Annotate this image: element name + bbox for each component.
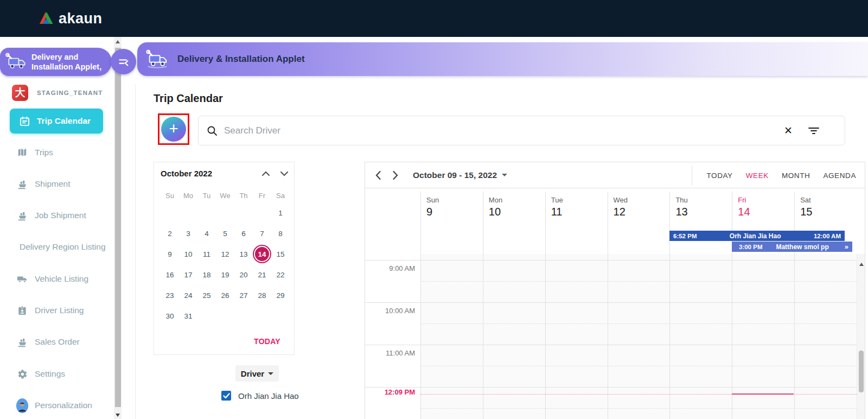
view-week[interactable]: WEEK [746, 172, 769, 180]
driver-checkbox-label: Orh Jian Jia Hao [238, 391, 299, 401]
mini-date-18[interactable]: 18 [197, 264, 216, 285]
mini-date-30[interactable]: 30 [161, 306, 179, 326]
mini-date-12[interactable]: 12 [216, 244, 234, 264]
calendar-event[interactable]: 3:00 PM Matthew smol pp » [732, 242, 852, 252]
day-number[interactable]: 14 [738, 206, 794, 218]
mini-date-28[interactable]: 28 [253, 285, 271, 306]
clear-search-icon[interactable]: ✕ [784, 124, 793, 137]
date-range-selector[interactable]: October 09 - 15, 2022 [413, 170, 507, 180]
driver-checkbox[interactable] [221, 391, 231, 401]
mini-date-16[interactable]: 16 [161, 264, 179, 285]
previous-week-icon[interactable] [375, 170, 381, 180]
mini-date-26[interactable]: 26 [216, 285, 234, 306]
current-time-label: 12:09 PM [365, 388, 415, 396]
mini-date-29[interactable]: 29 [271, 285, 290, 306]
sidebar-scrollbar[interactable] [114, 37, 122, 419]
calendar-event[interactable]: 6:52 PM Orh Jian Jia Hao 12:00 AM [669, 231, 845, 241]
user-avatar [16, 398, 28, 413]
view-month[interactable]: MONTH [782, 172, 810, 180]
truck-icon [16, 274, 28, 284]
mini-date-8[interactable]: 8 [271, 223, 290, 244]
mini-date-27[interactable]: 27 [234, 285, 253, 306]
mini-date-3[interactable]: 3 [179, 223, 197, 244]
day-number[interactable]: 11 [551, 206, 608, 218]
view-agenda[interactable]: AGENDA [823, 172, 856, 180]
mini-date-17[interactable]: 17 [179, 264, 197, 285]
driver-checkbox-row: Orh Jian Jia Hao [221, 391, 299, 401]
mini-date-25[interactable]: 25 [197, 285, 216, 306]
sidebar-scrollbar-thumb[interactable] [115, 48, 121, 407]
mini-date-7[interactable]: 7 [253, 223, 271, 244]
mini-date-22[interactable]: 22 [271, 264, 290, 285]
mini-date-empty [216, 306, 234, 326]
calendar-scrollbar-thumb[interactable] [859, 351, 864, 392]
day-number[interactable]: 13 [675, 206, 732, 218]
brand-logo[interactable]: akaun [38, 10, 103, 27]
sidebar-item-job-shipment[interactable]: Job Shipment [0, 203, 114, 228]
mini-date-19[interactable]: 19 [216, 264, 234, 285]
chevron-up-icon[interactable] [261, 170, 270, 177]
mini-date-11[interactable]: 11 [197, 244, 216, 264]
sidebar-item-sales-order[interactable]: Sales Order [0, 329, 114, 354]
mini-date-10[interactable]: 10 [179, 244, 197, 264]
mini-date-15[interactable]: 15 [271, 244, 290, 264]
caret-down-icon [502, 174, 507, 176]
mini-date-1[interactable]: 1 [271, 202, 290, 223]
mini-weekday-row: SuMoTuWeThFrSa [161, 188, 290, 202]
day-name: Mon [489, 196, 545, 204]
page-title: Trip Calendar [154, 92, 223, 105]
driver-dropdown-button[interactable]: Driver [235, 365, 279, 382]
sidebar-collapse-button[interactable] [111, 49, 136, 74]
sidebar-item-driver-listing[interactable]: Driver Listing [0, 298, 114, 323]
tenant-selector[interactable]: 大 STAGING_TENANT [12, 85, 103, 101]
add-trip-button[interactable]: + [161, 117, 186, 142]
mini-calendar: October 2022 SuMoTuWeThFrSa 123456789101… [154, 162, 295, 355]
scroll-up-icon[interactable] [859, 263, 864, 266]
day-number[interactable]: 12 [614, 206, 670, 218]
mini-date-5[interactable]: 5 [216, 223, 234, 244]
scroll-down-icon[interactable] [116, 414, 120, 417]
event-start-time: 3:00 PM [739, 244, 762, 250]
chevron-double-right-icon[interactable]: » [845, 243, 848, 251]
day-number[interactable]: 9 [426, 206, 483, 218]
mini-date-24[interactable]: 24 [179, 285, 197, 306]
filter-icon[interactable] [808, 126, 820, 136]
mini-date-empty [179, 202, 197, 223]
day-name: Sun [426, 196, 483, 204]
next-week-icon[interactable] [392, 170, 399, 180]
day-number[interactable]: 10 [489, 206, 545, 218]
akaun-triangle-logo-icon [38, 11, 54, 26]
week-calendar: October 09 - 15, 2022 TODAYWEEKMONTHAGEN… [365, 162, 865, 419]
sidebar-item-shipment[interactable]: Shipment [0, 172, 114, 196]
week-calendar-toolbar: October 09 - 15, 2022 TODAYWEEKMONTHAGEN… [365, 162, 865, 188]
mini-date-9[interactable]: 9 [161, 244, 179, 264]
top-navbar: akaun [0, 0, 868, 37]
mini-date-6[interactable]: 6 [234, 223, 253, 244]
sidebar-item-settings[interactable]: Settings [0, 361, 114, 386]
mini-date-31[interactable]: 31 [179, 306, 197, 326]
view-today[interactable]: TODAY [706, 172, 732, 180]
mini-date-20[interactable]: 20 [234, 264, 253, 285]
sidebar-item-delivery-region-listing[interactable]: Delivery Region Listing [0, 234, 114, 259]
calendar-scrollbar[interactable] [857, 254, 865, 419]
mini-date-14[interactable]: 14 [255, 247, 269, 261]
day-name: Wed [614, 196, 670, 204]
day-column-tue: Tue11 [545, 192, 608, 419]
mini-date-2[interactable]: 2 [161, 223, 179, 244]
annotation-highlight-box: + [158, 113, 189, 145]
chevron-down-icon[interactable] [280, 170, 289, 177]
sidebar-applet-badge[interactable]: Delivery and Installation Applet, [0, 48, 112, 76]
mini-date-13[interactable]: 13 [234, 244, 253, 264]
scroll-up-icon[interactable] [116, 40, 120, 43]
mini-calendar-today-button[interactable]: TODAY [254, 337, 280, 346]
mini-date-23[interactable]: 23 [161, 285, 179, 306]
sidebar-item-personalization[interactable]: Personalization [0, 393, 114, 418]
sidebar-item-trip-calendar[interactable]: Trip Calendar [10, 109, 103, 134]
sidebar-item-trips[interactable]: Trips [0, 140, 114, 165]
day-number[interactable]: 15 [800, 206, 857, 218]
mini-date-21[interactable]: 21 [253, 264, 271, 285]
ship-icon [16, 179, 28, 189]
mini-date-4[interactable]: 4 [197, 223, 216, 244]
sidebar-item-vehicle-listing[interactable]: Vehicle Listing [0, 266, 114, 291]
search-driver-input[interactable] [223, 125, 845, 137]
